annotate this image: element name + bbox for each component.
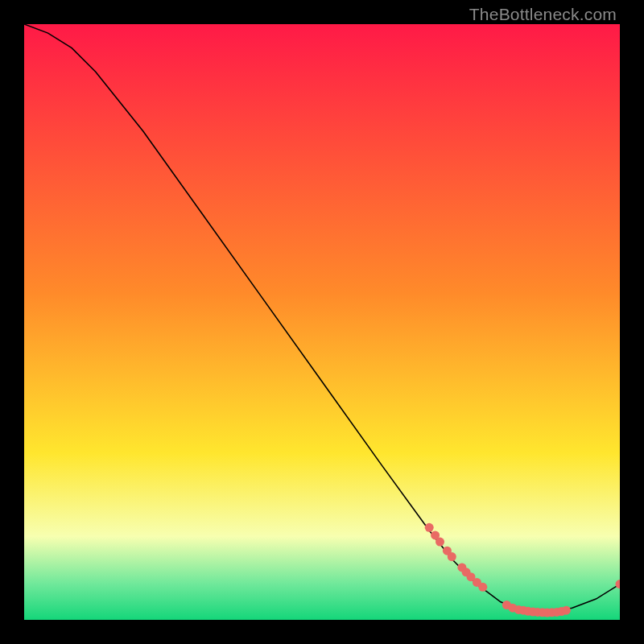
data-point xyxy=(562,606,571,615)
data-point xyxy=(448,552,456,561)
data-point xyxy=(425,523,434,532)
data-point xyxy=(436,538,444,547)
bottleneck-chart xyxy=(24,24,620,620)
chart-frame xyxy=(24,24,620,620)
watermark-text: TheBottleneck.com xyxy=(469,5,617,24)
gradient-background xyxy=(24,24,620,620)
data-point xyxy=(478,583,487,592)
